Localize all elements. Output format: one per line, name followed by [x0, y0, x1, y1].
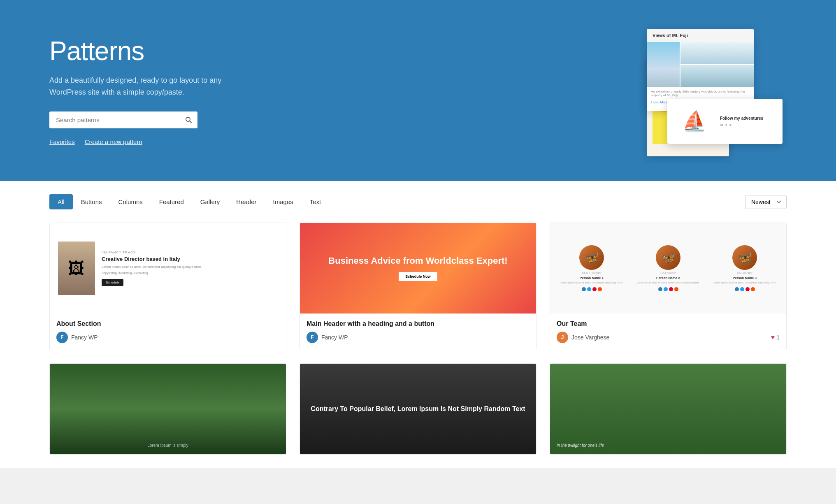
team-member-1: 🦋 CEO / Founder Person Name 1 Lorem ipsu… [553, 245, 630, 291]
social-rd-3 [751, 287, 755, 291]
pattern-preview-main-header: Business Advice from Worldclass Expert! … [300, 223, 536, 314]
filter-tab-text[interactable]: Text [302, 194, 330, 209]
svg-line-1 [190, 121, 191, 123]
card-img-tall [647, 42, 680, 87]
main-header-section-preview: Business Advice from Worldclass Expert! … [300, 223, 536, 314]
mh-preview-title: Business Advice from Worldclass Expert! [320, 255, 516, 266]
social-pt-3 [745, 287, 750, 291]
author-avatar-team: J [557, 332, 568, 343]
twilight-text: In the twilight for one's life [557, 443, 604, 448]
about-tags: Copywriting / Marketing / Consulting [102, 272, 278, 274]
heart-icon: ♥ [771, 334, 775, 341]
pattern-preview-twilight: In the twilight for one's life [550, 364, 786, 454]
contrary-section-preview: Contrary To Popular Belief, Lorem Ipsum … [300, 364, 536, 454]
social-fb-1 [582, 287, 586, 291]
social-fb-3 [735, 287, 739, 291]
social-links: ✉ ✦ ❧ [720, 123, 763, 127]
main-content: All Buttons Columns Featured Gallery Hea… [0, 181, 836, 468]
social-tw-3 [740, 287, 744, 291]
pattern-preview-team: 🦋 CEO / Founder Person Name 1 Lorem ipsu… [550, 223, 786, 314]
team-role-2: Co-Founder [660, 272, 676, 274]
team-avatar-2: 🦋 [656, 245, 680, 270]
favorites-link[interactable]: Favorites [49, 138, 75, 145]
ship-card-title: Follow my adventures [720, 116, 763, 121]
pattern-card-about[interactable]: 🖼 I'M FANCY TRACY Creative Director base… [49, 223, 286, 350]
team-name-2: Person Name 2 [656, 276, 680, 280]
author-name-about: Fancy WP [71, 334, 98, 341]
author-name-main-header: Fancy WP [321, 334, 348, 341]
portrait-image: 🖼 [58, 242, 95, 295]
about-badge: I'M FANCY TRACY [102, 251, 278, 254]
pattern-author-about: F Fancy WP [56, 332, 279, 343]
create-pattern-link[interactable]: Create a new pattern [85, 138, 142, 145]
card-img-stack [680, 42, 754, 87]
team-name-3: Person Name 3 [733, 276, 757, 280]
pattern-card-team[interactable]: 🦋 CEO / Founder Person Name 1 Lorem ipsu… [550, 223, 787, 350]
team-member-3: 🦋 Co-Founder Person Name 3 Lorem ipsum d… [706, 245, 783, 291]
hero-card-ship: ⛵ Follow my adventures ✉ ✦ ❧ [667, 99, 783, 144]
pattern-title-team: Our Team [557, 320, 780, 327]
filter-tab-featured[interactable]: Featured [151, 194, 192, 209]
pattern-preview-contrary: Contrary To Popular Belief, Lorem Ipsum … [300, 364, 536, 454]
social-pt-1 [592, 287, 597, 291]
social-tw-1 [587, 287, 591, 291]
pattern-card-main-header[interactable]: Business Advice from Worldclass Expert! … [300, 223, 536, 350]
team-body-3: Lorem ipsum dolor sit amet, consectetur … [713, 281, 776, 285]
search-button[interactable] [179, 111, 197, 128]
search-icon [185, 116, 192, 123]
card-image-row [647, 42, 754, 87]
pattern-preview-forest: Lorem Ipsum is simply [50, 364, 286, 454]
pattern-info-main-header: Main Header with a heading and a button … [300, 314, 536, 350]
like-number: 1 [776, 334, 780, 341]
pattern-grid: 🖼 I'M FANCY TRACY Creative Director base… [49, 223, 787, 455]
filter-tab-gallery[interactable]: Gallery [192, 194, 228, 209]
team-socials-3 [735, 287, 755, 291]
pattern-preview-about: 🖼 I'M FANCY TRACY Creative Director base… [50, 223, 286, 314]
author-avatar-main-header: F [307, 332, 318, 343]
like-count-team: ♥ 1 [771, 334, 780, 341]
ship-card-content: Follow my adventures ✉ ✦ ❧ [720, 116, 763, 127]
card-img-small-1 [680, 42, 754, 64]
social-rd-2 [674, 287, 678, 291]
team-socials-1 [582, 287, 602, 291]
pattern-card-twilight[interactable]: In the twilight for one's life [550, 363, 787, 455]
filter-tab-all[interactable]: All [49, 194, 73, 209]
team-member-2: 🦋 Co-Founder Person Name 2 Lorem ipsum d… [630, 245, 706, 291]
hero-images: Views of Mt. Fuji An exhibition of early… [597, 25, 787, 156]
author-avatar-about: F [56, 332, 68, 343]
team-avatar-3: 🦋 [732, 245, 757, 270]
filter-tab-images[interactable]: Images [265, 194, 302, 209]
forest-section-preview: Lorem Ipsum is simply [50, 364, 286, 454]
team-avatar-1: 🦋 [579, 245, 604, 270]
filter-tab-columns[interactable]: Columns [110, 194, 151, 209]
social-fb-2 [658, 287, 662, 291]
social-pt-2 [669, 287, 673, 291]
pattern-author-team: J Jose Varghese ♥ 1 [557, 332, 780, 343]
search-input[interactable] [49, 111, 179, 128]
hero-section: Patterns Add a beautifully designed, rea… [0, 0, 836, 181]
filter-tab-buttons[interactable]: Buttons [73, 194, 110, 209]
card-desc: An exhibition of early 20th century wood… [647, 87, 754, 100]
pattern-card-forest[interactable]: Lorem Ipsum is simply [49, 363, 286, 455]
hero-subtitle: Add a beautifully designed, ready to go … [49, 74, 239, 98]
filter-tabs: All Buttons Columns Featured Gallery Hea… [49, 194, 329, 209]
search-wrapper [49, 111, 197, 128]
pattern-title-main-header: Main Header with a heading and a button [307, 320, 529, 327]
card-img-small-2 [680, 65, 754, 87]
pattern-author-main-header: F Fancy WP [307, 332, 529, 343]
about-section-preview: 🖼 I'M FANCY TRACY Creative Director base… [50, 223, 286, 314]
hero-title: Patterns [49, 36, 239, 66]
team-socials-2 [658, 287, 678, 291]
pattern-card-contrary[interactable]: Contrary To Popular Belief, Lorem Ipsum … [300, 363, 536, 455]
social-rd-1 [598, 287, 602, 291]
team-body-2: Lorem ipsum dolor sit amet, consectetur … [637, 281, 699, 285]
social-tw-2 [664, 287, 668, 291]
filter-bar: All Buttons Columns Featured Gallery Hea… [49, 194, 787, 209]
about-schedule-btn[interactable]: Schedule [102, 279, 123, 286]
about-body: Lorem ipsum dolor sit amet, consectetur … [102, 265, 278, 269]
pattern-info-team: Our Team J Jose Varghese ♥ 1 [550, 314, 786, 350]
team-role-1: CEO / Founder [582, 272, 601, 274]
sort-dropdown[interactable]: Newest Oldest Popular [745, 195, 787, 209]
filter-tab-header[interactable]: Header [228, 194, 265, 209]
card-header-fuji: Views of Mt. Fuji [647, 29, 754, 42]
